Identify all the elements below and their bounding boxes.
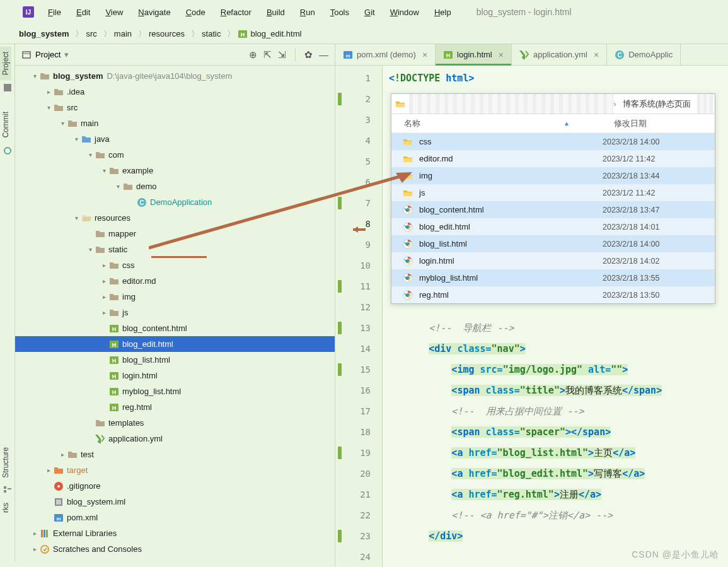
close-icon[interactable]: × <box>499 50 504 60</box>
line-number[interactable]: 22 <box>335 505 382 526</box>
breadcrumb-item[interactable]: main <box>114 29 132 38</box>
line-number[interactable]: 8 <box>335 214 382 235</box>
tree-node[interactable]: ▾example <box>15 163 335 178</box>
breadcrumb-item[interactable]: src <box>86 29 96 38</box>
tree-node[interactable]: login.html <box>15 368 335 383</box>
explorer-breadcrumb[interactable]: › 博客系统(静态页面 <box>391 94 715 114</box>
line-number[interactable]: 16 <box>335 380 382 401</box>
menu-run[interactable]: Run <box>295 5 320 20</box>
tree-node[interactable]: ▾src <box>15 100 335 115</box>
col-date[interactable]: 修改日期 <box>614 118 702 129</box>
tree-node[interactable]: ▾resources <box>15 210 335 226</box>
tree-node[interactable]: ▸img <box>15 289 335 305</box>
tree-node[interactable]: ▾java <box>15 131 335 147</box>
locate-icon[interactable]: ⊕ <box>249 49 257 61</box>
menu-code[interactable]: Code <box>181 5 211 20</box>
line-number[interactable]: 1 <box>335 68 382 89</box>
line-number[interactable]: 18 <box>335 422 382 443</box>
tree-node[interactable]: pom.xml <box>15 510 335 525</box>
line-number[interactable]: 4 <box>335 131 382 151</box>
line-number[interactable]: 12 <box>335 297 382 318</box>
tree-node[interactable]: myblog_list.html <box>15 383 335 399</box>
line-number[interactable]: 17 <box>335 401 382 422</box>
settings-icon[interactable]: ✿ <box>304 49 313 61</box>
tree-node[interactable]: blog_content.html <box>15 320 335 336</box>
tree-node[interactable]: ▾blog_systemD:\java-gitee\java104\blog_s… <box>15 68 335 84</box>
tree-node[interactable]: DemoApplication <box>15 194 335 210</box>
explorer-row[interactable]: js2023/1/2 11:42 <box>391 184 715 201</box>
close-icon[interactable]: × <box>594 50 599 60</box>
menu-build[interactable]: Build <box>262 5 290 20</box>
tree-node[interactable]: ▸Scratches and Consoles <box>15 541 335 557</box>
breadcrumb-item[interactable]: blog_system <box>19 29 69 38</box>
explorer-row[interactable]: css2023/2/18 14:00 <box>391 133 715 150</box>
tree-node[interactable]: ▾static <box>15 242 335 257</box>
breadcrumb-item[interactable]: blog_edit.html <box>238 29 301 39</box>
project-tree[interactable]: ▾blog_systemD:\java-gitee\java104\blog_s… <box>15 66 335 567</box>
tree-node[interactable]: application.yml <box>15 431 335 447</box>
menu-window[interactable]: Window <box>385 5 424 20</box>
explorer-current-folder[interactable]: 博客系统(静态页面 <box>616 94 697 114</box>
menu-navigate[interactable]: Navigate <box>133 5 175 20</box>
tree-node[interactable]: ▸External Libraries <box>15 525 335 541</box>
menu-tools[interactable]: Tools <box>325 5 354 20</box>
tree-node[interactable]: ▸target <box>15 462 335 478</box>
tree-node[interactable]: ▾main <box>15 115 335 131</box>
explorer-row[interactable]: blog_list.html2023/2/18 14:00 <box>391 235 715 252</box>
explorer-row[interactable]: blog_edit.html2023/2/18 14:01 <box>391 218 715 235</box>
line-number[interactable]: 24 <box>335 547 382 567</box>
explorer-columns[interactable]: 名称 ▲ 修改日期 <box>391 114 715 133</box>
explorer-row[interactable]: editor.md2023/1/2 11:42 <box>391 150 715 167</box>
line-number[interactable]: 3 <box>335 110 382 131</box>
line-number[interactable]: 2 <box>335 89 382 110</box>
line-number[interactable]: 5 <box>335 151 382 172</box>
line-number[interactable]: 20 <box>335 464 382 484</box>
explorer-row[interactable]: blog_content.html2023/2/18 13:47 <box>391 201 715 218</box>
explorer-row[interactable]: img2023/2/18 13:44 <box>391 167 715 184</box>
line-number[interactable]: 13 <box>335 318 382 339</box>
explorer-row[interactable]: reg.html2023/2/18 13:50 <box>391 286 715 303</box>
line-number[interactable]: 9 <box>335 235 382 255</box>
line-number[interactable]: 7 <box>335 193 382 214</box>
menu-edit[interactable]: Edit <box>71 5 95 20</box>
tree-node[interactable]: ▾com <box>15 147 335 163</box>
collapse-all-icon[interactable]: ⇲ <box>278 49 286 61</box>
tree-node[interactable]: blog_system.iml <box>15 494 335 510</box>
tree-node[interactable]: ▸css <box>15 257 335 273</box>
tree-node[interactable]: blog_edit.html <box>15 336 335 352</box>
close-icon[interactable]: × <box>422 50 427 60</box>
breadcrumb-item[interactable]: static <box>202 29 221 38</box>
tool-window-structure[interactable]: Structure <box>0 442 11 483</box>
tree-node[interactable]: reg.html <box>15 399 335 415</box>
explorer-row[interactable]: myblog_list.html2023/2/18 13:55 <box>391 269 715 286</box>
tree-node[interactable]: ▸test <box>15 447 335 462</box>
breadcrumb-item[interactable]: resources <box>149 29 185 38</box>
editor-tab[interactable]: application.yml× <box>512 44 607 65</box>
tree-node[interactable]: templates <box>15 415 335 431</box>
tree-node[interactable]: ▾demo <box>15 178 335 194</box>
editor-gutter[interactable]: 123456789101112131415161718192021222324 <box>335 66 383 567</box>
dropdown-icon[interactable]: ▾ <box>64 50 69 59</box>
tool-window-project[interactable]: Project <box>0 47 11 80</box>
tree-node[interactable]: mapper <box>15 226 335 242</box>
menu-file[interactable]: File <box>43 5 66 20</box>
menu-view[interactable]: View <box>100 5 128 20</box>
line-number[interactable]: 19 <box>335 443 382 464</box>
tree-node[interactable]: .gitignore <box>15 478 335 494</box>
tree-node[interactable]: ▸editor.md <box>15 273 335 289</box>
line-number[interactable]: 23 <box>335 526 382 547</box>
editor-tab[interactable]: pom.xml (demo)× <box>335 44 436 65</box>
col-name[interactable]: 名称 <box>404 118 538 129</box>
menu-help[interactable]: Help <box>429 5 456 20</box>
line-number[interactable]: 21 <box>335 484 382 505</box>
line-number[interactable]: 15 <box>335 359 382 380</box>
hide-icon[interactable]: — <box>319 49 328 60</box>
explorer-row[interactable]: login.html2023/2/18 14:02 <box>391 252 715 269</box>
tree-node[interactable]: ▸.idea <box>15 84 335 100</box>
tool-window-bookmarks[interactable]: rks <box>0 498 11 518</box>
menu-git[interactable]: Git <box>359 5 380 20</box>
editor-tab[interactable]: login.html× <box>436 44 512 65</box>
line-number[interactable]: 14 <box>335 339 382 359</box>
expand-all-icon[interactable]: ⇱ <box>263 49 272 61</box>
line-number[interactable]: 6 <box>335 172 382 193</box>
